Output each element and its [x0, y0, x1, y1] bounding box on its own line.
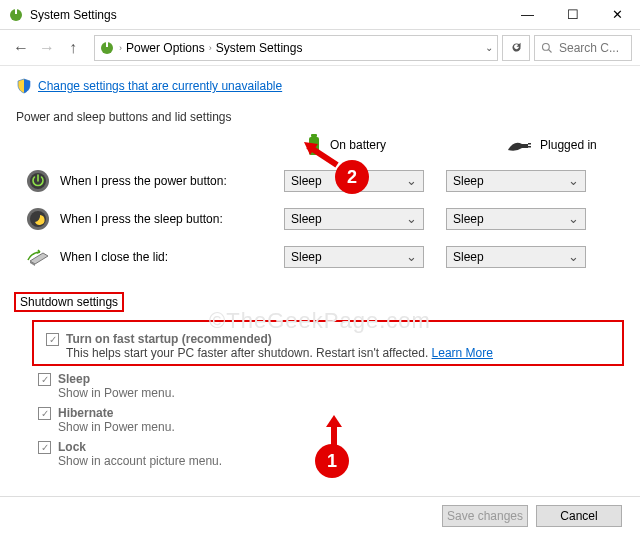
shutdown-heading: Shutdown settings — [14, 292, 124, 312]
sleep-plugged-select[interactable]: Sleep — [446, 208, 586, 230]
svg-rect-1 — [15, 9, 17, 14]
save-button[interactable]: Save changes — [442, 505, 528, 527]
content-pane: ©TheGeekPage.com Change settings that ar… — [0, 66, 640, 498]
fast-startup-label: Turn on fast startup (recommended) — [66, 332, 493, 346]
fast-startup-checkbox[interactable] — [46, 333, 59, 346]
search-icon — [541, 42, 553, 54]
forward-button[interactable]: → — [34, 35, 60, 61]
callout-1: 1 — [315, 444, 349, 478]
titlebar: System Settings — ☐ ✕ — [0, 0, 640, 30]
row-lid: When I close the lid: Sleep Sleep — [16, 240, 624, 274]
lock-check-description: Show in account picture menu. — [58, 454, 222, 468]
cancel-button[interactable]: Cancel — [536, 505, 622, 527]
minimize-button[interactable]: — — [505, 0, 550, 30]
hibernate-check-label: Hibernate — [58, 406, 175, 420]
hibernate-checkbox[interactable] — [38, 407, 51, 420]
section-heading: Power and sleep buttons and lid settings — [16, 110, 624, 124]
fast-startup-highlight: Turn on fast startup (recommended) This … — [32, 320, 624, 366]
chevron-right-icon: › — [209, 43, 212, 53]
nav-toolbar: ← → ↑ › Power Options › System Settings … — [0, 30, 640, 66]
refresh-icon — [510, 41, 523, 54]
svg-rect-3 — [106, 42, 108, 47]
plug-icon — [506, 138, 532, 152]
row-power-label: When I press the power button: — [60, 174, 284, 188]
shield-icon — [16, 78, 32, 94]
lid-battery-select[interactable]: Sleep — [284, 246, 424, 268]
footer-buttons: Save changes Cancel — [0, 496, 640, 534]
svg-rect-8 — [528, 143, 531, 145]
sleep-check-description: Show in Power menu. — [58, 386, 175, 400]
change-settings-row: Change settings that are currently unava… — [16, 78, 624, 94]
lid-plugged-select[interactable]: Sleep — [446, 246, 586, 268]
fast-startup-description: This helps start your PC faster after sh… — [66, 346, 493, 360]
power-button-icon — [26, 169, 50, 193]
window-controls: — ☐ ✕ — [505, 0, 640, 30]
learn-more-link[interactable]: Learn More — [432, 346, 493, 360]
svg-rect-7 — [311, 134, 317, 137]
svg-rect-9 — [528, 146, 531, 148]
breadcrumb[interactable]: › Power Options › System Settings ⌄ — [94, 35, 498, 61]
lock-check-label: Lock — [58, 440, 222, 454]
breadcrumb-power-options[interactable]: Power Options — [126, 41, 205, 55]
power-options-icon — [8, 7, 24, 23]
power-plugged-select[interactable]: Sleep — [446, 170, 586, 192]
svg-line-5 — [549, 49, 552, 52]
laptop-lid-icon — [26, 245, 50, 269]
lock-checkbox[interactable] — [38, 441, 51, 454]
chevron-right-icon: › — [119, 43, 122, 53]
row-sleep-label: When I press the sleep button: — [60, 212, 284, 226]
search-placeholder: Search C... — [559, 41, 619, 55]
power-options-icon — [99, 40, 115, 56]
search-input[interactable]: Search C... — [534, 35, 632, 61]
svg-point-4 — [543, 43, 550, 50]
chevron-down-icon[interactable]: ⌄ — [485, 42, 493, 53]
refresh-button[interactable] — [502, 35, 530, 61]
window-title: System Settings — [30, 8, 117, 22]
change-settings-link[interactable]: Change settings that are currently unava… — [38, 79, 282, 93]
maximize-button[interactable]: ☐ — [550, 0, 595, 30]
sleep-battery-select[interactable]: Sleep — [284, 208, 424, 230]
hibernate-check-description: Show in Power menu. — [58, 420, 175, 434]
callout-2-arrow — [302, 140, 342, 170]
back-button[interactable]: ← — [8, 35, 34, 61]
sleep-checkbox[interactable] — [38, 373, 51, 386]
row-sleep-button: When I press the sleep button: Sleep Sle… — [16, 202, 624, 236]
column-plugged-label: Plugged in — [540, 138, 597, 152]
row-lid-label: When I close the lid: — [60, 250, 284, 264]
breadcrumb-system-settings[interactable]: System Settings — [216, 41, 303, 55]
sleep-check-label: Sleep — [58, 372, 175, 386]
callout-2: 2 — [335, 160, 369, 194]
up-button[interactable]: ↑ — [60, 35, 86, 61]
close-button[interactable]: ✕ — [595, 0, 640, 30]
sleep-button-icon — [26, 207, 50, 231]
